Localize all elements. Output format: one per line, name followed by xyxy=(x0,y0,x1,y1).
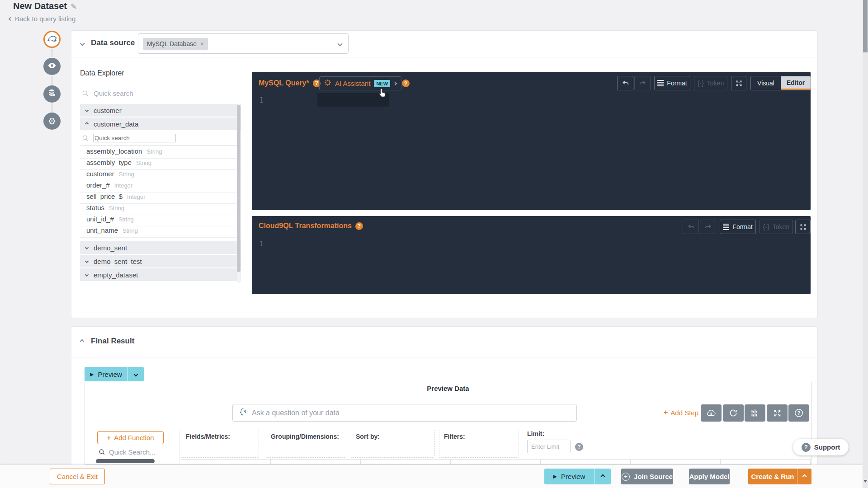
format-button[interactable]: Format xyxy=(654,76,690,90)
apply-model-button[interactable]: Apply Model xyxy=(689,469,730,484)
create-run-button[interactable]: Create & Run xyxy=(748,469,811,484)
page-scrollbar[interactable] xyxy=(863,0,868,488)
rail-step-dataset[interactable] xyxy=(43,85,61,103)
tree-field[interactable]: customerString xyxy=(80,170,241,181)
mysql-query-title: MySQL Query* ? xyxy=(259,79,321,87)
undo-button[interactable] xyxy=(683,220,699,234)
add-function-button[interactable]: + Add Function xyxy=(97,431,164,444)
svg-text:?: ? xyxy=(797,410,801,416)
select-chevron-icon xyxy=(337,41,342,46)
grouping-dimensions-dropzone[interactable]: Grouping/Dimensions: xyxy=(266,429,346,458)
tag-remove-icon[interactable]: × xyxy=(200,40,204,47)
database-gear-icon xyxy=(47,89,57,99)
tree-table-empty-dataset[interactable]: empty_dataset xyxy=(80,268,241,281)
plus-icon: + xyxy=(664,408,668,417)
preview-dropdown-arrow[interactable] xyxy=(127,367,144,381)
back-link-label: Back to query listing xyxy=(15,15,75,23)
expand-button[interactable] xyxy=(795,220,811,234)
scrollbar-down-arrow-icon[interactable] xyxy=(863,480,867,483)
refresh-button[interactable] xyxy=(723,404,744,422)
help-icon[interactable]: ? xyxy=(355,222,363,230)
scrollbar-thumb[interactable] xyxy=(237,105,241,272)
create-run-options-arrow[interactable] xyxy=(797,469,811,484)
refresh-icon xyxy=(729,408,738,418)
tree-field[interactable]: assembly_typeString xyxy=(80,159,241,170)
expand-icon xyxy=(774,409,781,417)
limit-input[interactable] xyxy=(527,440,571,453)
explorer-scrollbar[interactable] xyxy=(237,104,241,283)
rail-step-settings[interactable]: ⚙ xyxy=(43,113,61,130)
tree-field[interactable]: order_#Integer xyxy=(80,181,241,192)
tree-field[interactable]: sell_price_$Integer xyxy=(80,192,241,204)
ask-question-input[interactable] xyxy=(252,409,576,417)
table-cell xyxy=(361,460,451,465)
datasource-select[interactable]: MySQL Database × xyxy=(138,33,349,54)
tab-visual[interactable]: Visual xyxy=(751,76,781,90)
scrollbar-thumb[interactable] xyxy=(863,0,868,52)
tree-field[interactable]: statusString xyxy=(80,204,241,215)
preview-table-header-row xyxy=(181,459,811,465)
back-link[interactable]: Back to query listing xyxy=(9,15,75,23)
tree-field[interactable]: unit_id_#String xyxy=(80,215,241,226)
tree-field[interactable]: unit_nameString xyxy=(80,226,241,238)
data-explorer-title: Data Explorer xyxy=(80,69,124,77)
tree-table-demo-sent[interactable]: demo_sent xyxy=(80,241,241,254)
format-lines-icon xyxy=(657,79,664,87)
token-braces-icon: {·} xyxy=(698,80,704,87)
function-list-scrollbar[interactable] xyxy=(96,459,155,463)
expand-button[interactable] xyxy=(767,404,788,422)
table-quick-search[interactable] xyxy=(80,131,241,145)
token-button[interactable]: {·} Token xyxy=(760,220,793,234)
fields-metrics-dropzone[interactable]: Fields/Metrics: xyxy=(181,429,259,458)
footer-preview-button[interactable]: ▶Preview xyxy=(544,469,611,484)
format-button[interactable]: Format xyxy=(720,220,756,234)
preview-split-button[interactable]: ▶Preview xyxy=(85,367,144,381)
rail-step-mysql-datasource[interactable] xyxy=(43,31,61,48)
search-icon xyxy=(82,135,89,142)
tree-table-demo-sent-test[interactable]: demo_sent_test xyxy=(80,255,241,267)
limit-help-icon[interactable]: ? xyxy=(575,443,583,451)
redo-button[interactable] xyxy=(634,76,651,90)
tree-table-customer[interactable]: customer xyxy=(80,104,241,117)
tab-editor[interactable]: Editor xyxy=(781,76,811,90)
help-button[interactable]: ? xyxy=(788,404,809,422)
sort-by-dropzone[interactable]: Sort by: xyxy=(351,429,435,458)
table-quick-search-input[interactable] xyxy=(94,134,175,142)
mysql-code-area[interactable] xyxy=(276,93,811,210)
expand-button[interactable] xyxy=(731,76,746,90)
token-button[interactable]: {·} Token xyxy=(694,76,727,90)
cancel-exit-button[interactable]: Cancel & Exit xyxy=(50,469,105,484)
tree-field[interactable]: assembly_locationString xyxy=(80,147,241,159)
explorer-quick-search-input[interactable] xyxy=(94,89,220,97)
cloud9ql-code-area[interactable] xyxy=(276,235,811,294)
function-quick-search-input[interactable] xyxy=(109,448,163,456)
tree-table-customer-data[interactable]: customer_data xyxy=(80,117,241,130)
function-quick-search[interactable] xyxy=(99,448,163,456)
play-icon: ▶ xyxy=(553,474,557,479)
ask-question-box[interactable] xyxy=(232,404,577,422)
format-lines-icon xyxy=(723,223,729,231)
support-button[interactable]: ? Support xyxy=(793,439,849,455)
eye-icon xyxy=(47,61,57,72)
download-results-button[interactable] xyxy=(701,404,722,422)
join-source-button[interactable]: + Join Source xyxy=(621,469,673,484)
preview-options-arrow[interactable] xyxy=(594,469,611,484)
add-step-button[interactable]: + Add Step xyxy=(664,408,698,417)
rail-step-preview[interactable] xyxy=(43,58,61,75)
explorer-quick-search[interactable] xyxy=(80,86,241,101)
edit-pencil-icon[interactable]: ✎ xyxy=(71,2,77,11)
filters-dropzone[interactable]: Filters: xyxy=(439,429,519,458)
redo-button[interactable] xyxy=(700,220,716,234)
help-icon[interactable]: ? xyxy=(402,80,410,87)
chart-view-button[interactable] xyxy=(745,404,765,422)
table-cell xyxy=(631,460,721,465)
expand-icon xyxy=(736,80,742,87)
divider xyxy=(71,357,818,357)
undo-button[interactable] xyxy=(617,76,633,90)
ai-assistant-button[interactable]: AI Assistant NEW xyxy=(319,76,401,90)
table-cell xyxy=(721,460,811,465)
preview-data-title: Preview Data xyxy=(85,385,811,392)
chevron-down-icon xyxy=(85,108,89,112)
table-cell xyxy=(541,460,631,465)
table-cell xyxy=(271,460,361,465)
